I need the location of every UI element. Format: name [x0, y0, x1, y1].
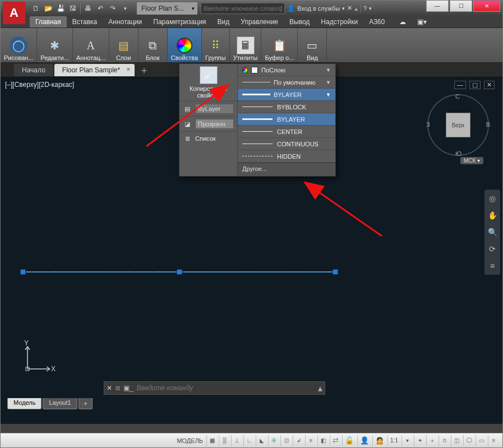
- tab-layout1[interactable]: Layout1: [43, 398, 77, 409]
- transparency-combo[interactable]: ◪ Прозрачн: [179, 116, 237, 131]
- help-icon[interactable]: ?: [363, 5, 367, 12]
- grip-mid[interactable]: [177, 269, 182, 275]
- ribbon-collapse-icon[interactable]: ▣▾: [412, 16, 432, 27]
- panel-properties[interactable]: Свойства: [168, 28, 202, 62]
- tab-add-layout-icon[interactable]: ＋: [79, 398, 93, 409]
- match-properties-button[interactable]: 🖌 Копирование свойств: [179, 64, 237, 101]
- layer-combo[interactable]: ▤ ByLayer: [179, 101, 237, 116]
- linetype-option-center[interactable]: CENTER: [238, 126, 335, 138]
- tab-model[interactable]: Модель: [7, 398, 41, 409]
- nav-zoom-icon[interactable]: 🔍: [487, 227, 498, 238]
- nav-showhide-icon[interactable]: ≡: [487, 260, 498, 271]
- linetype-option-bylayer[interactable]: BYLAYER: [238, 113, 335, 126]
- qat-open-icon[interactable]: 📂: [42, 2, 54, 15]
- ribbon-expand-icon[interactable]: ☁: [394, 16, 412, 27]
- qat-undo-icon[interactable]: ↶: [94, 2, 107, 15]
- list-button[interactable]: ≣ Список: [179, 131, 237, 147]
- linetype-dropdown[interactable]: BYLAYER ▼: [238, 89, 335, 101]
- keyword-search-input[interactable]: [201, 3, 285, 14]
- status-cleanscreen-icon[interactable]: ▭: [476, 435, 487, 446]
- viewcube-north[interactable]: С: [455, 93, 460, 100]
- qat-redo-icon[interactable]: ↷: [107, 2, 119, 15]
- viewport-maximize-icon[interactable]: ▢: [469, 81, 481, 89]
- status-scale-chevron-icon[interactable]: ▾: [402, 435, 413, 446]
- file-tab-start[interactable]: Начало: [14, 64, 53, 76]
- qat-new-icon[interactable]: 🗋: [30, 2, 42, 15]
- grip-start[interactable]: [20, 269, 26, 275]
- ribbon-tab-parametric[interactable]: Параметризация: [147, 16, 211, 27]
- panel-draw[interactable]: ◯Рисован...: [1, 28, 37, 62]
- status-lineweight-display-icon[interactable]: ≡: [305, 435, 316, 446]
- panel-block[interactable]: ⧉Блок: [139, 28, 168, 62]
- ribbon-tab-a360[interactable]: A360: [363, 16, 390, 27]
- a360-icon[interactable]: ⟁: [354, 5, 358, 12]
- command-input[interactable]: [137, 384, 315, 392]
- viewport-minimize-icon[interactable]: —: [454, 81, 466, 89]
- file-tab-add-icon[interactable]: ＋: [136, 63, 153, 77]
- status-transparency-display-icon[interactable]: ◧: [317, 435, 329, 446]
- qat-more-icon[interactable]: ▾: [119, 2, 131, 15]
- signin-chevron-icon[interactable]: ▾: [342, 6, 345, 11]
- status-workspace-icon[interactable]: ⛭: [439, 435, 450, 446]
- cmd-close-icon[interactable]: ✕: [107, 384, 112, 392]
- viewcube-south[interactable]: Ю: [455, 150, 462, 157]
- status-selection-cycling-icon[interactable]: ⇄: [330, 435, 341, 446]
- file-tab-active[interactable]: Floor Plan Sample*: [54, 64, 135, 76]
- color-dropdown[interactable]: ПоСлою ▼: [238, 64, 335, 76]
- viewcube-west[interactable]: З: [426, 121, 430, 128]
- status-osnap-icon[interactable]: ✳: [268, 435, 279, 446]
- ribbon-tab-home[interactable]: Главная: [30, 16, 67, 27]
- signin-icon[interactable]: 👤: [287, 4, 295, 12]
- panel-annotation[interactable]: AАннотац...: [73, 28, 109, 62]
- linetype-option-continuous[interactable]: CONTINUOUS: [238, 138, 335, 150]
- status-polar-icon[interactable]: ∟: [243, 435, 255, 446]
- status-annotation-visibility-icon[interactable]: ＋: [426, 435, 437, 446]
- status-monitor-icon[interactable]: ◫: [451, 435, 462, 446]
- window-maximize-button[interactable]: ☐: [450, 1, 472, 12]
- ribbon-tab-output[interactable]: Вывод: [284, 16, 315, 27]
- viewport-close-icon[interactable]: ✕: [484, 81, 495, 89]
- qat-save-icon[interactable]: 💾: [54, 2, 67, 15]
- status-hardware-accel-icon[interactable]: 🖵: [463, 435, 474, 446]
- nav-pan-icon[interactable]: ✋: [487, 210, 498, 221]
- ribbon-tab-insert[interactable]: Вставка: [67, 16, 103, 27]
- view-label[interactable]: [–][Сверху][2D-каркас]: [5, 81, 74, 89]
- ribbon-tab-manage[interactable]: Управление: [235, 16, 284, 27]
- viewcube-ring[interactable]: [427, 94, 489, 156]
- panel-layers[interactable]: ▤Слои: [109, 28, 139, 62]
- lineweight-dropdown[interactable]: По умолчанию ▼: [238, 76, 335, 89]
- nav-orbit-icon[interactable]: ⟳: [487, 243, 498, 255]
- nav-full-icon[interactable]: ◎: [487, 193, 498, 204]
- status-model-button[interactable]: МОДЕЛЬ: [174, 435, 205, 446]
- linetype-other-button[interactable]: Другое...: [238, 163, 335, 176]
- cmd-drag-handle[interactable]: [116, 386, 120, 390]
- panel-clipboard[interactable]: 📋Буфер о...: [261, 28, 298, 62]
- cmd-history-icon[interactable]: ▴: [318, 383, 322, 394]
- status-otrack-icon[interactable]: ↲: [293, 435, 304, 446]
- linetype-option-byblock[interactable]: BYBLOCK: [238, 101, 335, 113]
- selected-line-entity[interactable]: [21, 271, 338, 273]
- status-ortho-icon[interactable]: ⊥: [231, 435, 242, 446]
- exchange-icon[interactable]: ✕: [347, 4, 352, 12]
- status-customize-icon[interactable]: ≡: [488, 435, 499, 446]
- app-logo[interactable]: A: [3, 2, 25, 24]
- title-dropdown-icon[interactable]: ▾: [188, 2, 197, 15]
- grip-end[interactable]: [333, 269, 338, 275]
- panel-utilities[interactable]: 🖩Утилиты: [230, 28, 262, 62]
- status-gizmo-icon[interactable]: ✦: [414, 435, 425, 446]
- panel-view[interactable]: ▭Вид: [298, 28, 327, 62]
- wcs-chip[interactable]: МСК ▾: [460, 157, 483, 164]
- ribbon-tab-addins[interactable]: Надстройки: [315, 16, 363, 27]
- window-close-button[interactable]: ✕: [473, 1, 500, 12]
- command-line[interactable]: ✕ ▣_ ▴: [104, 381, 325, 395]
- status-quickprops-icon[interactable]: 👤: [357, 435, 371, 446]
- ribbon-tab-view[interactable]: Вид: [212, 16, 236, 27]
- status-scale-combo[interactable]: 1:1: [387, 435, 400, 446]
- viewcube-east[interactable]: В: [486, 121, 490, 128]
- signin-label[interactable]: Вход в службы: [297, 5, 340, 12]
- help-chevron-icon[interactable]: ▾: [369, 6, 372, 11]
- qat-saveas-icon[interactable]: 🖫: [67, 2, 79, 15]
- linetype-option-hidden[interactable]: HIDDEN: [238, 150, 335, 163]
- status-isoplane-icon[interactable]: ◣: [256, 435, 267, 446]
- status-dynamic-input-icon[interactable]: 🔓: [342, 435, 356, 446]
